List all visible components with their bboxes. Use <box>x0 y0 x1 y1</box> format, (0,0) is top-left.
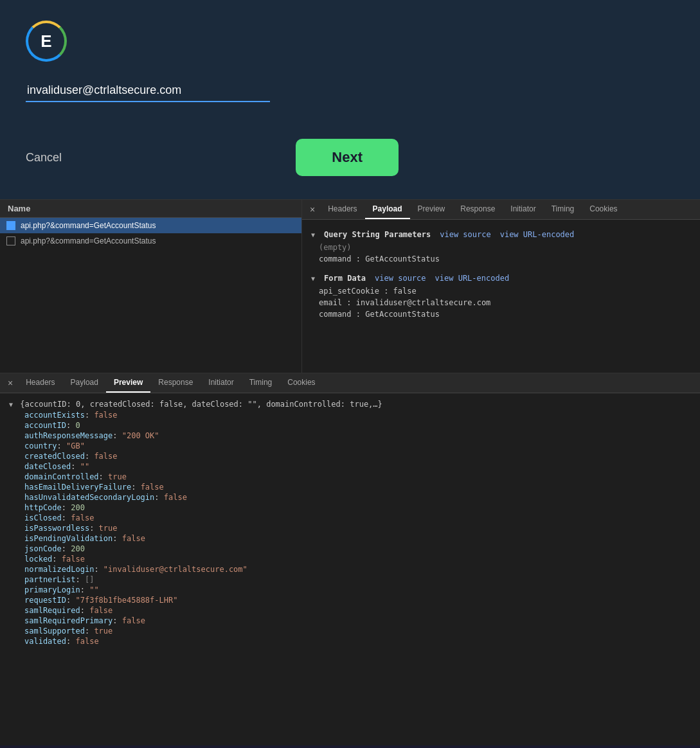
param-separator: : <box>356 310 365 319</box>
json-colon: : <box>154 493 163 502</box>
param-separator: : <box>384 287 393 296</box>
json-colon: : <box>80 606 89 615</box>
tab-close-icon[interactable]: × <box>305 200 320 219</box>
tab-headers[interactable]: Headers <box>320 200 364 219</box>
next-button[interactable]: Next <box>296 139 399 176</box>
json-value: "" <box>80 462 89 471</box>
json-key: createdClosed <box>24 452 85 461</box>
json-field-row: locked: false <box>9 554 691 564</box>
json-colon: : <box>131 483 140 492</box>
json-key: accountExists <box>24 411 85 420</box>
form-data-view-source-link[interactable]: view source <box>375 274 426 283</box>
json-colon: : <box>62 513 71 522</box>
json-key: validated <box>24 637 66 646</box>
devtools-tabs: × Headers Payload Preview Response Initi… <box>302 200 700 220</box>
json-colon: : <box>80 585 89 594</box>
json-field-row: isPasswordless: true <box>9 523 691 533</box>
form-data-title: Form Data <box>324 274 366 283</box>
json-value: false <box>89 606 112 615</box>
tab-initiator[interactable]: Initiator <box>201 373 241 393</box>
json-key: samlRequired <box>24 606 80 615</box>
json-key: accountID <box>24 421 66 430</box>
json-rows-container: accountExists: falseaccountID: 0authResp… <box>9 410 691 646</box>
tab-response[interactable]: Response <box>453 200 503 219</box>
cancel-button[interactable]: Cancel <box>26 151 62 165</box>
login-actions: Cancel Next <box>26 139 399 176</box>
tab-close-icon[interactable]: × <box>3 373 18 393</box>
json-field-row: samlRequired: false <box>9 605 691 616</box>
tab-timing[interactable]: Timing <box>242 373 280 393</box>
json-key: partnerList <box>24 575 75 584</box>
json-colon: : <box>66 637 75 646</box>
tab-response[interactable]: Response <box>150 373 201 393</box>
json-colon: : <box>75 575 84 584</box>
json-value: [] <box>85 575 94 584</box>
json-colon: : <box>62 503 71 512</box>
payload-content: ▼ Query String Parameters view source vi… <box>302 220 700 325</box>
form-data-section-header: ▼ Form Data view source view URL-encoded <box>311 274 691 283</box>
json-root-label: {accountID: 0, createdClosed: false, dat… <box>20 400 382 409</box>
json-colon: : <box>112 431 121 440</box>
json-value: "GB" <box>66 441 85 450</box>
tab-payload[interactable]: Payload <box>63 373 106 393</box>
query-string-view-url-encoded-link[interactable]: view URL-encoded <box>500 230 575 239</box>
json-value: "200 OK" <box>122 431 159 440</box>
param-value: false <box>393 287 417 296</box>
tab-cookies[interactable]: Cookies <box>280 373 323 393</box>
json-key: authResponseMessage <box>24 431 112 440</box>
json-value: false <box>122 616 145 625</box>
network-row[interactable]: api.php?&command=GetAccountStatus <box>0 233 301 249</box>
json-value: 200 <box>71 544 85 553</box>
network-row[interactable]: api.php?&command=GetAccountStatus <box>0 218 301 233</box>
json-value: false <box>141 483 164 492</box>
query-string-view-source-link[interactable]: view source <box>440 230 490 239</box>
json-field-row: isClosed: false <box>9 513 691 523</box>
json-key: locked <box>24 555 52 564</box>
param-separator: : <box>356 254 365 263</box>
json-colon: : <box>57 441 66 450</box>
param-key: command <box>319 310 352 319</box>
tab-preview[interactable]: Preview <box>410 200 453 219</box>
json-value: 0 <box>75 421 80 430</box>
json-value: false <box>122 534 145 543</box>
json-field-row: httpCode: 200 <box>9 503 691 513</box>
json-colon: : <box>94 565 103 574</box>
tab-payload[interactable]: Payload <box>365 200 410 219</box>
tab-headers[interactable]: Headers <box>18 373 62 393</box>
json-colon: : <box>71 462 80 471</box>
json-key: isPendingValidation <box>24 534 112 543</box>
devtools-network-panel: Name api.php?&command=GetAccountStatus a… <box>0 199 700 373</box>
json-key: jsonCode <box>24 544 62 553</box>
json-key: country <box>24 441 57 450</box>
form-data-param-api-set-cookie: api_setCookie : false <box>311 285 691 297</box>
network-list-header: Name <box>0 200 301 218</box>
json-field-row: primaryLogin: "" <box>9 585 691 595</box>
json-field-row: hasEmailDeliveryFailure: false <box>9 482 691 492</box>
json-field-row: accountID: 0 <box>9 420 691 431</box>
email-input[interactable] <box>26 80 270 102</box>
form-data-param-email: email : invaliduser@ctrlaltsecure.com <box>311 297 691 308</box>
network-list: Name api.php?&command=GetAccountStatus a… <box>0 200 302 373</box>
json-value: false <box>164 493 187 502</box>
tab-timing[interactable]: Timing <box>544 200 582 219</box>
json-value: true <box>99 524 118 533</box>
json-key: isClosed <box>24 513 62 522</box>
json-field-row: isPendingValidation: false <box>9 533 691 544</box>
query-string-param-command: command : GetAccountStatus <box>311 253 691 265</box>
login-panel: E Cancel Next <box>0 0 700 199</box>
tab-cookies[interactable]: Cookies <box>582 200 625 219</box>
json-colon: : <box>85 627 94 636</box>
tab-initiator[interactable]: Initiator <box>503 200 543 219</box>
form-data-view-url-encoded-link[interactable]: view URL-encoded <box>435 274 510 283</box>
json-value: false <box>71 513 94 522</box>
json-value: false <box>75 637 98 646</box>
json-value: true <box>108 472 127 481</box>
json-key: hasEmailDeliveryFailure <box>24 483 131 492</box>
tab-preview[interactable]: Preview <box>106 373 150 393</box>
json-key: isPasswordless <box>24 524 89 533</box>
json-field-row: createdClosed: false <box>9 451 691 461</box>
json-colon: : <box>66 421 75 430</box>
json-key: domainControlled <box>24 472 99 481</box>
param-separator: : <box>346 298 355 307</box>
json-colon: : <box>112 616 121 625</box>
